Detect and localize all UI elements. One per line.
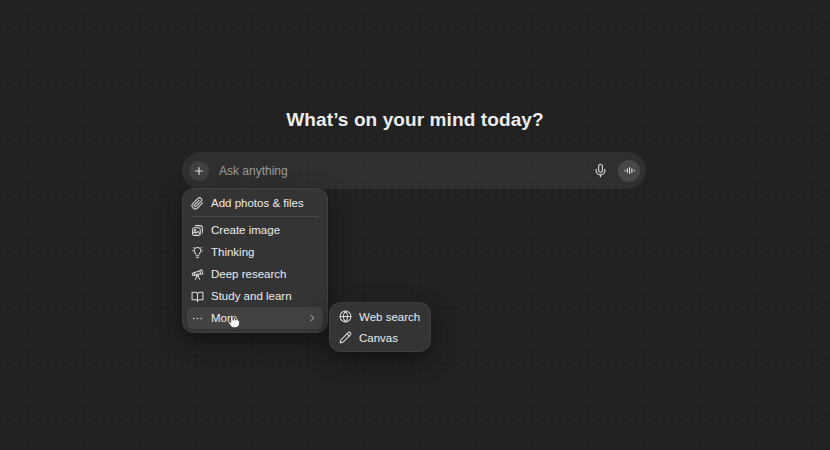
menu-item-thinking[interactable]: Thinking (187, 241, 323, 263)
submenu-item-canvas[interactable]: Canvas (334, 327, 426, 348)
page-title: What’s on your mind today? (0, 109, 830, 131)
lightbulb-icon (191, 246, 204, 259)
submenu-item-label: Canvas (359, 332, 398, 344)
telescope-icon (191, 268, 204, 281)
dictate-button[interactable] (590, 159, 610, 183)
book-open-icon (191, 290, 204, 303)
menu-item-label: Add photos & files (211, 197, 304, 209)
menu-item-label: Thinking (211, 246, 254, 258)
mic-icon (593, 163, 608, 178)
ellipsis-icon (191, 312, 204, 325)
menu-item-label: Study and learn (211, 290, 292, 302)
voice-mode-button[interactable] (618, 160, 640, 182)
prompt-input[interactable] (219, 164, 590, 178)
pencil-icon (339, 331, 352, 344)
plus-icon (193, 165, 205, 177)
menu-item-create-image[interactable]: Create image (187, 219, 323, 241)
menu-item-study-and-learn[interactable]: Study and learn (187, 285, 323, 307)
composer-bar (182, 152, 646, 189)
menu-item-more[interactable]: More (187, 307, 323, 329)
menu-item-label: More (211, 312, 237, 324)
menu-item-label: Deep research (211, 268, 286, 280)
chevron-right-icon (307, 313, 317, 323)
more-submenu: Web search Canvas (329, 302, 431, 352)
menu-item-deep-research[interactable]: Deep research (187, 263, 323, 285)
menu-divider (192, 216, 319, 217)
composer-tools-menu: Add photos & files Create image Thinking… (182, 188, 328, 333)
photos-icon (191, 224, 204, 237)
menu-item-label: Create image (211, 224, 280, 236)
add-attachment-button[interactable] (189, 161, 209, 181)
globe-icon (339, 310, 352, 323)
submenu-item-web-search[interactable]: Web search (334, 306, 426, 327)
voice-mode-icon (623, 164, 636, 177)
submenu-item-label: Web search (359, 311, 420, 323)
paperclip-icon (191, 197, 204, 210)
menu-item-add-photos-files[interactable]: Add photos & files (187, 192, 323, 214)
